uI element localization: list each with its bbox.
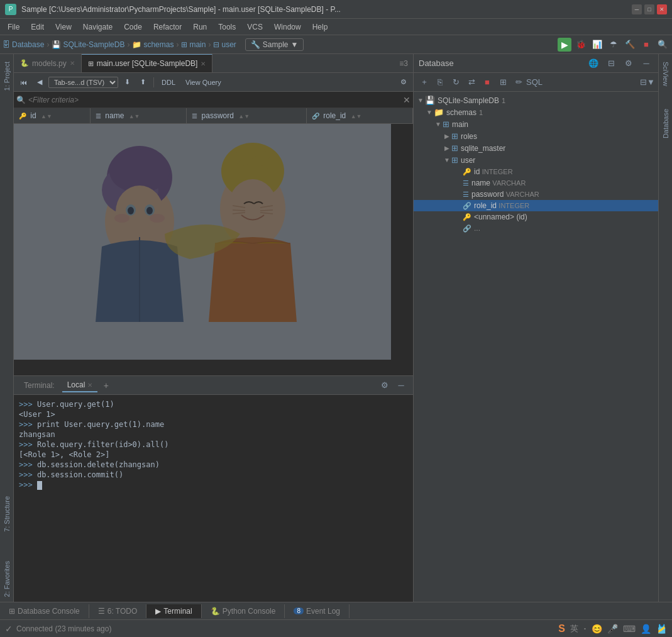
filter-input[interactable]: [28, 96, 403, 104]
bottom-tab-event-log[interactable]: 8 Event Log: [285, 604, 350, 618]
term-line-2: <User 1>: [19, 410, 408, 419]
coverage-button[interactable]: ☂: [607, 38, 620, 52]
menu-item-navigate[interactable]: Navigate: [78, 21, 118, 33]
settings-button[interactable]: ⚙: [397, 77, 410, 87]
terminal-tab-local[interactable]: Local ✕: [62, 379, 97, 392]
sidebar-tab-favorites[interactable]: 2: Favorites: [1, 556, 13, 602]
db-edit-button[interactable]: ✏: [512, 75, 526, 89]
sample-dropdown[interactable]: 🔧 Sample ▼: [245, 38, 304, 51]
db-settings-button[interactable]: ⚙: [622, 57, 636, 70]
nav-prev-button[interactable]: ◀: [33, 77, 46, 87]
db-stop-button[interactable]: ■: [480, 75, 494, 89]
db-filter-button[interactable]: ⊟▼: [641, 75, 654, 89]
tabs-more-button[interactable]: ≡3: [394, 54, 413, 72]
right-sidebar-database[interactable]: Database: [661, 104, 671, 143]
terminal-new-tab-button[interactable]: +: [100, 379, 113, 392]
db-globe-button[interactable]: 🌐: [587, 57, 600, 70]
data-grid: 🔑 id ▲▼ ☰ name ▲▼ ☰ passwor: [14, 108, 413, 124]
terminal-label: Terminal:: [19, 379, 60, 392]
profile-button[interactable]: 📊: [590, 38, 604, 52]
col-header-role-id[interactable]: 🔗 role_id ▲▼: [306, 108, 412, 124]
debug-button[interactable]: 🐞: [574, 38, 588, 52]
nav-first-button[interactable]: ⏮: [16, 77, 31, 87]
tab-close-main-user[interactable]: ✕: [201, 60, 206, 67]
col-header-password[interactable]: ☰ password ▲▼: [187, 108, 307, 124]
sidebar-tab-structure[interactable]: 7: Structure: [1, 491, 13, 537]
collapse-arrow-icon: ▼: [434, 121, 443, 128]
search-button[interactable]: 🔍: [656, 38, 669, 52]
right-sidebar: SciView Database: [658, 54, 672, 602]
db-table-button[interactable]: ⊞: [496, 75, 510, 89]
right-sidebar-sciview[interactable]: SciView: [661, 57, 671, 91]
data-table: 🔑 id ▲▼ ☰ name ▲▼ ☰ passwor: [14, 108, 413, 375]
tree-item-sqlite-master[interactable]: ▶ ⊞ sqlite_master: [414, 142, 658, 154]
tree-item-more[interactable]: 🔗 ...: [414, 223, 658, 234]
breadcrumb-main[interactable]: ⊞ main: [181, 40, 206, 49]
menu-item-vcs[interactable]: VCS: [242, 21, 268, 33]
db-layout-button[interactable]: ⊟: [604, 57, 618, 70]
format-select[interactable]: Tab-se...d (TSV): [48, 77, 118, 88]
terminal-settings-button[interactable]: ⚙: [378, 379, 392, 392]
breadcrumb-database[interactable]: 🗄 Database: [3, 40, 44, 49]
main-area: 1: Project 7: Structure 2: Favorites 🐍 m…: [0, 54, 672, 602]
tab-close-models[interactable]: ✕: [70, 60, 75, 67]
breadcrumb-sqlite[interactable]: 💾 SQLite-SampleDB: [52, 40, 124, 49]
col-header-name[interactable]: ☰ name ▲▼: [90, 108, 186, 124]
ddl-button[interactable]: DDL: [158, 77, 179, 87]
run-button[interactable]: ▶: [558, 38, 571, 52]
terminal-cursor: [37, 481, 42, 490]
db-sync-button[interactable]: ⇄: [465, 75, 478, 89]
db-close-button[interactable]: ─: [639, 57, 653, 70]
tree-item-user-password[interactable]: ☰ password VARCHAR: [414, 189, 658, 200]
tree-item-user[interactable]: ▼ ⊞ user: [414, 154, 658, 166]
sidebar-tab-project[interactable]: 1: Project: [1, 57, 13, 96]
build-button[interactable]: 🔨: [623, 38, 637, 52]
db-refresh-button[interactable]: ↻: [449, 75, 463, 89]
bottom-tab-todo[interactable]: ☰ 6: TODO: [89, 604, 147, 618]
col-icon: ☰: [463, 191, 469, 199]
database-icon: 💾: [425, 96, 435, 105]
menu-item-refactor[interactable]: Refactor: [148, 21, 187, 33]
tree-item-schemas[interactable]: ▼ 📁 schemas 1: [414, 106, 658, 118]
tree-item-main[interactable]: ▼ ⊞ main: [414, 118, 658, 130]
tree-item-roles[interactable]: ▶ ⊞ roles: [414, 130, 658, 142]
terminal-minimize-button[interactable]: ─: [394, 379, 408, 392]
breadcrumb-schemas[interactable]: 📁 schemas: [132, 40, 174, 49]
tree-item-user-name[interactable]: ☰ name VARCHAR: [414, 177, 658, 189]
db-add-button[interactable]: +: [417, 75, 431, 89]
menu-item-file[interactable]: File: [3, 21, 25, 33]
bottom-tab-python-console[interactable]: 🐍 Python Console: [202, 604, 285, 618]
svg-point-5: [116, 186, 163, 238]
terminal-tab-close[interactable]: ✕: [87, 382, 92, 389]
bottom-tab-db-console[interactable]: ⊞ Database Console: [0, 604, 89, 618]
view-query-button[interactable]: View Query: [182, 77, 225, 87]
tree-item-user-role-id[interactable]: 🔗 role_id INTEGER: [414, 200, 658, 211]
db-sql-button[interactable]: SQL: [527, 75, 541, 89]
stop-button[interactable]: ■: [639, 38, 653, 52]
restore-button[interactable]: □: [644, 4, 654, 14]
nav-up-button[interactable]: ⬆: [136, 77, 150, 87]
tree-item-sqlite-sampledb[interactable]: ▼ 💾 SQLite-SampleDB 1: [414, 94, 658, 106]
menu-item-run[interactable]: Run: [188, 21, 212, 33]
menu-item-help[interactable]: Help: [307, 21, 333, 33]
db-copy-button[interactable]: ⎘: [433, 75, 447, 89]
menu-item-tools[interactable]: Tools: [213, 21, 241, 33]
close-button[interactable]: ✕: [657, 4, 667, 14]
col-header-id[interactable]: 🔑 id ▲▼: [14, 108, 90, 124]
menu-item-view[interactable]: View: [50, 21, 77, 33]
nav-down-button[interactable]: ⬇: [121, 77, 134, 87]
tab-main-user[interactable]: ⊞ main.user [SQLite-SampleDB] ✕: [82, 54, 213, 72]
tree-item-user-id[interactable]: 🔑 id INTEGER: [414, 166, 658, 177]
schema-icon: ⊞: [443, 119, 449, 129]
sort-icon: ▲▼: [129, 113, 140, 119]
minimize-button[interactable]: ─: [632, 4, 642, 14]
menu-item-window[interactable]: Window: [269, 21, 306, 33]
menu-item-edit[interactable]: Edit: [26, 21, 49, 33]
table-toolbar: ⏮ ◀ Tab-se...d (TSV) ⬇ ⬆ DDL View Query …: [14, 73, 413, 92]
tree-item-unnamed[interactable]: 🔑 <unnamed> (id): [414, 211, 658, 223]
bottom-tab-terminal[interactable]: ▶ Terminal: [146, 604, 201, 618]
menu-item-code[interactable]: Code: [119, 21, 147, 33]
tab-models-py[interactable]: 🐍 models.py ✕: [14, 54, 82, 72]
breadcrumb-user[interactable]: ⊟ user: [213, 40, 236, 49]
filter-clear-button[interactable]: ✕: [403, 95, 410, 105]
